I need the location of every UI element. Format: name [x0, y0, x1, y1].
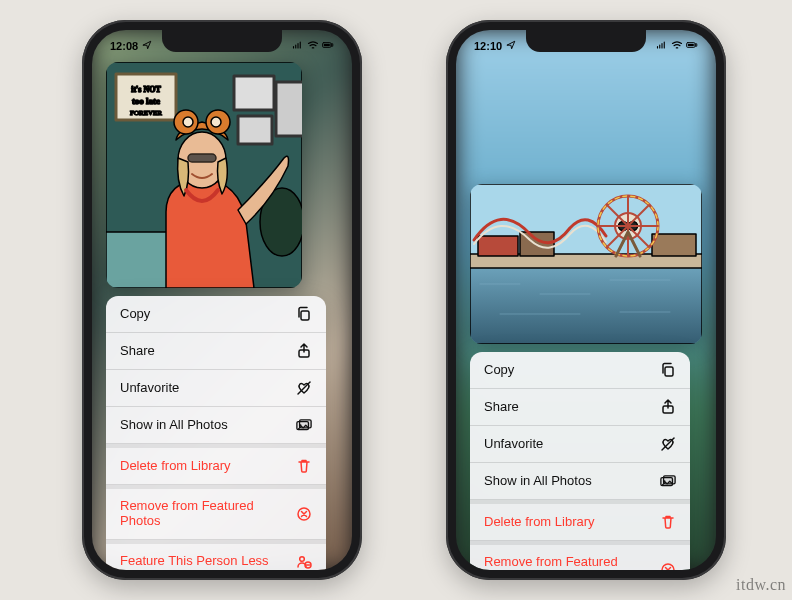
menu-item-label: Remove from Featured Photos	[484, 555, 660, 570]
wifi-icon	[671, 40, 683, 52]
share-icon	[660, 399, 676, 415]
menu-item-label: Share	[484, 400, 660, 415]
menu-item-delete-library[interactable]: Delete from Library	[470, 500, 690, 541]
heart-slash-icon	[660, 436, 676, 452]
svg-point-16	[183, 117, 193, 127]
menu-item-show-all-photos[interactable]: Show in All Photos	[106, 407, 326, 444]
status-time: 12:08	[110, 40, 138, 52]
signal-icon	[292, 40, 304, 52]
watermark: itdw.cn	[736, 576, 786, 594]
trash-icon	[296, 458, 312, 474]
phone-left: 12:08	[82, 20, 362, 580]
menu-item-show-all-photos[interactable]: Show in All Photos	[470, 463, 690, 500]
svg-rect-18	[188, 154, 216, 162]
svg-rect-2	[324, 44, 330, 46]
photo-stack-icon	[296, 417, 312, 433]
share-icon	[296, 343, 312, 359]
menu-item-unfavorite[interactable]: Unfavorite	[106, 370, 326, 407]
menu-item-label: Delete from Library	[120, 459, 296, 474]
menu-item-label: Copy	[120, 307, 296, 322]
status-time: 12:10	[474, 40, 502, 52]
location-icon	[505, 40, 517, 52]
phone-right: 12:10	[446, 20, 726, 580]
svg-rect-10	[238, 116, 272, 144]
circle-x-icon	[660, 562, 676, 570]
menu-item-copy[interactable]: Copy	[106, 296, 326, 333]
menu-item-remove-featured[interactable]: Remove from Featured Photos	[106, 485, 326, 540]
svg-rect-29	[688, 44, 694, 46]
menu-item-label: Feature This Person Less	[120, 554, 296, 569]
svg-rect-32	[470, 264, 702, 344]
screen: 12:08	[92, 30, 352, 570]
svg-point-25	[300, 557, 305, 562]
menu-item-unfavorite[interactable]: Unfavorite	[470, 426, 690, 463]
location-icon	[141, 40, 153, 52]
menu-item-copy[interactable]: Copy	[470, 352, 690, 389]
photo-preview[interactable]: it's NOT too late FOREVER	[106, 62, 302, 288]
photo-preview[interactable]	[470, 184, 702, 344]
menu-item-label: Unfavorite	[120, 381, 296, 396]
svg-rect-1	[332, 44, 333, 46]
wifi-icon	[307, 40, 319, 52]
screen: 12:10	[456, 30, 716, 570]
trash-icon	[660, 514, 676, 530]
svg-rect-34	[478, 236, 518, 256]
svg-rect-50	[665, 367, 673, 376]
svg-rect-19	[301, 311, 309, 320]
menu-item-label: Show in All Photos	[120, 418, 296, 433]
copy-icon	[660, 362, 676, 378]
battery-icon	[322, 40, 334, 52]
menu-item-remove-featured[interactable]: Remove from Featured Photos	[470, 541, 690, 570]
menu-item-label: Share	[120, 344, 296, 359]
notch	[526, 30, 646, 52]
battery-icon	[686, 40, 698, 52]
svg-text:it's NOT: it's NOT	[131, 85, 161, 94]
menu-item-delete-library[interactable]: Delete from Library	[106, 444, 326, 485]
svg-text:FOREVER: FOREVER	[130, 109, 162, 117]
menu-item-label: Show in All Photos	[484, 474, 660, 489]
copy-icon	[296, 306, 312, 322]
context-menu: Copy Share Unfavorite Show in All Photos…	[106, 296, 326, 570]
photo-stack-icon	[660, 473, 676, 489]
menu-item-share[interactable]: Share	[470, 389, 690, 426]
menu-item-label: Delete from Library	[484, 515, 660, 530]
svg-rect-9	[276, 82, 302, 136]
context-menu: Copy Share Unfavorite Show in All Photos…	[470, 352, 690, 570]
circle-x-icon	[296, 506, 312, 522]
svg-text:too late: too late	[132, 96, 160, 106]
menu-item-share[interactable]: Share	[106, 333, 326, 370]
notch	[162, 30, 282, 52]
person-minus-icon	[296, 554, 312, 570]
svg-rect-28	[696, 44, 697, 46]
svg-point-17	[211, 117, 221, 127]
menu-item-label: Remove from Featured Photos	[120, 499, 296, 529]
menu-item-label: Copy	[484, 363, 660, 378]
menu-item-label: Unfavorite	[484, 437, 660, 452]
heart-slash-icon	[296, 380, 312, 396]
svg-rect-36	[652, 234, 696, 256]
svg-rect-8	[234, 76, 274, 110]
menu-item-feature-person-less[interactable]: Feature This Person Less	[106, 540, 326, 570]
signal-icon	[656, 40, 668, 52]
